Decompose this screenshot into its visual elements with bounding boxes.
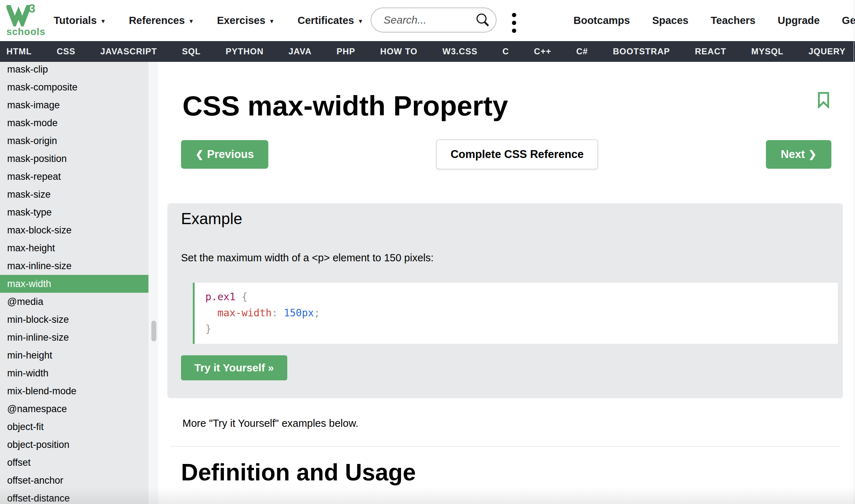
sidebar-item-mask-origin[interactable]: mask-origin: [0, 132, 148, 150]
langbar-item-react[interactable]: REACT: [695, 46, 727, 56]
code-selector: p.ex1: [205, 291, 235, 303]
topnav-link-get[interactable]: Get: [842, 15, 855, 26]
w3schools-logo[interactable]: 3 schools: [6, 2, 45, 39]
topnav-menu-exercises[interactable]: Exercises▼: [217, 15, 274, 26]
topnav-link-upgrade[interactable]: Upgrade: [778, 15, 820, 26]
code-value: 150px: [284, 307, 314, 319]
langbar-item-bootstrap[interactable]: BOOTSTRAP: [613, 46, 670, 56]
definition-heading: Definition and Usage: [181, 459, 416, 486]
logo-superscript: 3: [29, 1, 35, 15]
main-content: CSS max-width Property ❮ Previous Comple…: [158, 62, 854, 504]
sidebar-item-mask-mode[interactable]: mask-mode: [0, 114, 148, 132]
sidebar-item-max-block-size[interactable]: max-block-size: [0, 221, 148, 239]
complete-css-reference-button[interactable]: Complete CSS Reference: [436, 139, 598, 169]
langbar-item-sql[interactable]: SQL: [182, 46, 201, 56]
langbar-item-c[interactable]: C: [503, 46, 509, 56]
previous-button-label: Previous: [207, 148, 254, 161]
sidebar-item-mask-size[interactable]: mask-size: [0, 186, 148, 203]
next-button[interactable]: Next ❯: [766, 140, 831, 169]
sidebar-scrollbar-thumb[interactable]: [151, 321, 156, 341]
langbar-item-javascript[interactable]: JAVASCRIPT: [100, 46, 157, 56]
caret-down-icon: ▼: [189, 18, 194, 25]
example-section: Example Set the maximum width of a <p> e…: [167, 203, 843, 398]
sidebar-item-min-width[interactable]: min-width: [0, 364, 148, 382]
langbar-item-php[interactable]: PHP: [337, 46, 355, 56]
langbar-item-w3-css[interactable]: W3.CSS: [443, 46, 478, 56]
try-button-label: Try it Yourself »: [194, 362, 274, 374]
langbar-item-html[interactable]: HTML: [6, 46, 32, 56]
search-input[interactable]: [371, 14, 474, 26]
code-line: p.ex1 {: [205, 289, 838, 305]
sidebar-item-mix-blend-mode[interactable]: mix-blend-mode: [0, 382, 148, 400]
caret-down-icon: ▼: [358, 18, 363, 25]
topnav-link-spaces[interactable]: Spaces: [652, 15, 689, 26]
sidebar-item-mask-position[interactable]: mask-position: [0, 150, 148, 168]
sidebar-item-offset-distance[interactable]: offset-distance: [0, 489, 148, 504]
sidebar-item-max-inline-size[interactable]: max-inline-size: [0, 257, 148, 275]
topnav-menu-certificates[interactable]: Certificates▼: [298, 15, 363, 26]
example-description: Set the maximum width of a <p> element t…: [181, 252, 434, 264]
more-options-kebab-icon[interactable]: [512, 13, 516, 33]
topnav-link-bootcamps[interactable]: Bootcamps: [573, 15, 630, 26]
sidebar-item-mask-image[interactable]: mask-image: [0, 96, 148, 114]
menu-label: References: [129, 15, 185, 26]
langbar-item-how-to[interactable]: HOW TO: [380, 46, 417, 56]
sidebar-item-object-fit[interactable]: object-fit: [0, 418, 148, 436]
w3schools-page: 3 schools Tutorials▼References▼Exercises…: [0, 0, 855, 504]
caret-down-icon: ▼: [100, 18, 106, 25]
caret-down-icon: ▼: [269, 18, 275, 25]
reference-button-label: Complete CSS Reference: [450, 148, 583, 161]
logo-word: schools: [6, 26, 45, 38]
try-it-yourself-button[interactable]: Try it Yourself »: [181, 355, 287, 380]
sidebar-item-min-block-size[interactable]: min-block-size: [0, 311, 148, 328]
css-properties-sidebar: mask-clipmask-compositemask-imagemask-mo…: [0, 62, 148, 504]
page-scrollbar-edge: [854, 0, 854, 504]
sidebar-item-media[interactable]: @media: [0, 293, 148, 311]
kebab-dot: [512, 21, 516, 25]
sidebar-item-min-inline-size[interactable]: min-inline-size: [0, 328, 148, 346]
sidebar-item-mask-repeat[interactable]: mask-repeat: [0, 168, 148, 186]
sidebar-item-offset[interactable]: offset: [0, 454, 148, 471]
menu-label: Exercises: [217, 15, 265, 26]
kebab-dot: [512, 29, 516, 33]
sidebar-item-mask-clip[interactable]: mask-clip: [0, 62, 148, 78]
langbar-item-c[interactable]: C#: [576, 46, 588, 56]
code-line: max-width: 150px;: [205, 305, 838, 321]
topnav-links: BootcampsSpacesTeachersUpgradeGet: [573, 0, 855, 41]
langbar-item-mysql[interactable]: MYSQL: [751, 46, 783, 56]
topnav-link-teachers[interactable]: Teachers: [711, 15, 756, 26]
topnav-menu-references[interactable]: References▼: [129, 15, 194, 26]
sidebar-item-mask-composite[interactable]: mask-composite: [0, 78, 148, 96]
sidebar-item-object-position[interactable]: object-position: [0, 436, 148, 454]
langbar-item-python[interactable]: PYTHON: [226, 46, 264, 56]
example-heading: Example: [181, 210, 242, 228]
code-semicolon: ;: [314, 307, 320, 319]
langbar-item-c[interactable]: C++: [534, 46, 551, 56]
sidebar-list: mask-clipmask-compositemask-imagemask-mo…: [0, 62, 148, 504]
topnav-menus: Tutorials▼References▼Exercises▼Certifica…: [54, 0, 363, 41]
language-navbar: HTMLCSSJAVASCRIPTSQLPYTHONJAVAPHPHOW TOW…: [0, 41, 855, 62]
bookmark-icon[interactable]: [817, 92, 830, 108]
sidebar-item-namespace[interactable]: @namespace: [0, 400, 148, 418]
chevron-left-icon: ❮: [195, 149, 204, 160]
langbar-item-java[interactable]: JAVA: [289, 46, 312, 56]
top-navbar: 3 schools Tutorials▼References▼Exercises…: [0, 0, 855, 41]
kebab-dot: [512, 13, 516, 17]
search-icon[interactable]: [474, 12, 491, 28]
sidebar-item-mask-type[interactable]: mask-type: [0, 203, 148, 221]
code-indent: [205, 307, 218, 319]
langbar-item-css[interactable]: CSS: [57, 46, 75, 56]
previous-button[interactable]: ❮ Previous: [181, 140, 268, 169]
sidebar-item-offset-anchor[interactable]: offset-anchor: [0, 471, 148, 489]
sidebar-item-max-height[interactable]: max-height: [0, 239, 148, 257]
menu-label: Tutorials: [54, 15, 97, 26]
more-examples-text: More "Try it Yourself" examples below.: [182, 417, 358, 429]
code-close-brace: }: [205, 323, 211, 335]
sidebar-item-min-height[interactable]: min-height: [0, 346, 148, 364]
code-example: p.ex1 { max-width: 150px; }: [193, 283, 838, 344]
langbar-item-jquery[interactable]: JQUERY: [808, 46, 846, 56]
code-property: max-width: [218, 307, 272, 319]
topnav-menu-tutorials[interactable]: Tutorials▼: [54, 15, 106, 26]
sidebar-item-max-width[interactable]: max-width: [0, 275, 148, 293]
code-colon: :: [272, 307, 284, 319]
